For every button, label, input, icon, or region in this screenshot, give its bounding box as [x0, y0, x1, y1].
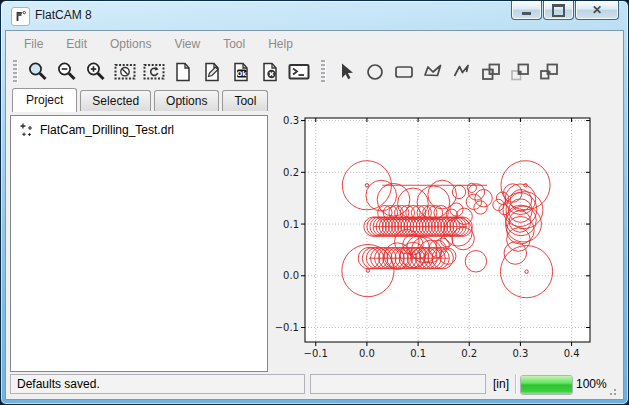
status-bar: Defaults saved. [in] 100%: [10, 371, 619, 397]
tab-project[interactable]: Project: [12, 88, 77, 112]
plot-canvas[interactable]: −0.10.00.10.20.30.4−0.10.00.10.20.3: [268, 97, 624, 370]
intersect-button[interactable]: [534, 58, 563, 86]
status-message: Defaults saved.: [17, 377, 100, 391]
maximize-button[interactable]: [543, 1, 574, 20]
tab-selected[interactable]: Selected: [80, 90, 151, 111]
new-file-icon: [171, 60, 195, 84]
progress-fill: [521, 376, 572, 394]
menu-item-help[interactable]: Help: [258, 35, 303, 53]
new-file-button[interactable]: [168, 58, 197, 86]
draw-polygon-button[interactable]: [418, 58, 447, 86]
draw-circle-button[interactable]: [360, 58, 389, 86]
window-controls: ✕: [510, 1, 619, 20]
maximize-icon: [552, 4, 565, 17]
svg-text:Ok: Ok: [236, 69, 247, 77]
menu-item-edit[interactable]: Edit: [56, 35, 97, 53]
status-separator: [515, 374, 516, 394]
tab-tool[interactable]: Tool: [222, 90, 268, 111]
edit-file-icon: [200, 60, 224, 84]
app-window: FlatCAM 8 ✕ FileEditOptionsViewToolHelp: [0, 0, 629, 405]
zoom-out-button[interactable]: [52, 58, 81, 86]
toolbar: Ok: [6, 55, 623, 88]
pointer-icon: [334, 60, 358, 84]
draw-polygon-icon: [421, 60, 445, 84]
svg-text:0.3: 0.3: [283, 115, 299, 126]
toolbar-grip-2[interactable]: [321, 60, 326, 84]
title-bar[interactable]: FlatCAM 8 ✕: [1, 1, 628, 30]
drill-plot: −0.10.00.10.20.30.4−0.10.00.10.20.3: [268, 97, 624, 370]
menu-item-file[interactable]: File: [14, 35, 53, 53]
cancel-edit-button[interactable]: [255, 58, 284, 86]
resize-grip-icon[interactable]: [607, 386, 617, 396]
status-aux-box: [310, 374, 486, 394]
menu-item-view[interactable]: View: [164, 35, 210, 53]
intersect-icon: [537, 60, 561, 84]
screen: FlatCAM 8 ✕ FileEditOptionsViewToolHelp: [0, 0, 629, 405]
tree-item[interactable]: FlatCam_Drilling_Test.drl: [11, 116, 267, 137]
subtract-icon: [508, 60, 532, 84]
units-label: [in]: [493, 377, 509, 391]
progress-bar: [520, 375, 573, 395]
tab-options[interactable]: Options: [154, 90, 219, 111]
flatcam-logo-icon: [11, 7, 30, 26]
apply-ok-button[interactable]: Ok: [226, 58, 255, 86]
command-shell-icon: [287, 60, 311, 84]
cancel-edit-icon: [258, 60, 282, 84]
zoom-fit-icon: [26, 60, 50, 84]
progress-percent-label: 100%: [576, 377, 607, 391]
pointer-button[interactable]: [331, 58, 360, 86]
edit-file-button[interactable]: [197, 58, 226, 86]
clear-plot-button[interactable]: [110, 58, 139, 86]
status-message-box: Defaults saved.: [10, 374, 305, 394]
replot-icon: [142, 60, 166, 84]
svg-text:0.0: 0.0: [359, 348, 375, 359]
draw-polyline-icon: [450, 60, 474, 84]
toolbar-grip[interactable]: [13, 60, 18, 84]
apply-ok-icon: Ok: [229, 60, 253, 84]
menu-bar: FileEditOptionsViewToolHelp: [6, 31, 623, 55]
svg-text:−0.1: −0.1: [275, 322, 299, 333]
zoom-fit-button[interactable]: [23, 58, 52, 86]
replot-button[interactable]: [139, 58, 168, 86]
svg-text:0.2: 0.2: [283, 167, 299, 178]
svg-text:0.4: 0.4: [564, 348, 580, 359]
minimize-button[interactable]: [511, 1, 542, 20]
svg-text:0.1: 0.1: [283, 219, 299, 230]
clear-plot-icon: [113, 60, 137, 84]
subtract-button[interactable]: [505, 58, 534, 86]
tree-item-label: FlatCam_Drilling_Test.drl: [40, 123, 174, 137]
zoom-in-icon: [84, 60, 108, 84]
svg-text:0.2: 0.2: [461, 348, 477, 359]
minimize-icon: [522, 12, 531, 15]
draw-rectangle-icon: [392, 60, 416, 84]
draw-rectangle-button[interactable]: [389, 58, 418, 86]
zoom-in-button[interactable]: [81, 58, 110, 86]
close-button[interactable]: ✕: [575, 1, 619, 20]
svg-text:0.0: 0.0: [283, 270, 299, 281]
svg-text:−0.1: −0.1: [304, 348, 328, 359]
draw-polyline-button[interactable]: [447, 58, 476, 86]
drill-icon: [19, 122, 34, 137]
project-panel[interactable]: FlatCam_Drilling_Test.drl: [10, 115, 268, 372]
command-shell-button[interactable]: [284, 58, 313, 86]
menu-item-tool[interactable]: Tool: [213, 35, 255, 53]
union-icon: [479, 60, 503, 84]
menu-item-options[interactable]: Options: [100, 35, 161, 53]
svg-text:0.3: 0.3: [512, 348, 528, 359]
close-icon: ✕: [592, 4, 602, 16]
zoom-out-icon: [55, 60, 79, 84]
client-area: FileEditOptionsViewToolHelp: [5, 30, 624, 400]
svg-text:0.1: 0.1: [410, 348, 426, 359]
window-title: FlatCAM 8: [35, 8, 92, 22]
union-button[interactable]: [476, 58, 505, 86]
draw-circle-icon: [363, 60, 387, 84]
